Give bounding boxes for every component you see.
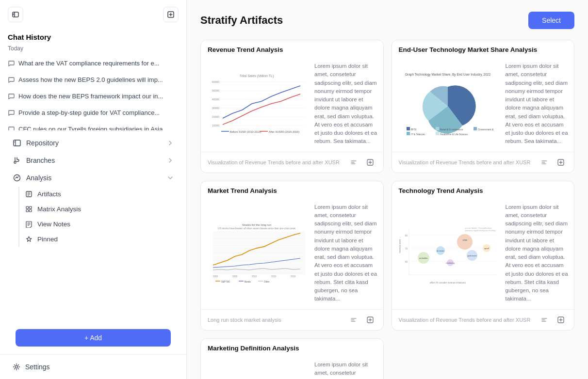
nav-section: Repository Branches Analysis Artifacts M… [0, 130, 186, 251]
analysis-icon [13, 174, 21, 182]
card-title: Market Trend Analysis [201, 181, 383, 197]
svg-text:40000: 40000 [212, 98, 219, 101]
chat-item-text: CFC rules on our Tyrells foreign subsidi… [18, 126, 163, 130]
svg-rect-12 [30, 210, 32, 212]
card-tech-trend: Technology Trend Analysis revenue score … [392, 181, 575, 331]
card-description: Lorem ipsum dolor sit amet, consetetur s… [504, 197, 574, 309]
chat-bubble-icon [8, 77, 15, 85]
settings-icon[interactable] [347, 314, 360, 326]
nav-repository-label: Repository [26, 139, 59, 147]
card-title: Revenue Trend Analysis [201, 40, 383, 56]
nav-matrix-label: Matrix Analysis [37, 205, 81, 213]
settings-icon[interactable] [347, 156, 360, 169]
bubble-chart: revenue score → effort (% consider reven… [397, 221, 499, 284]
page-title: Stratify Artifacts [200, 14, 283, 27]
svg-text:Graph Technology Market Share,: Graph Technology Market Share, By End Us… [405, 73, 490, 77]
add-icon[interactable] [555, 314, 567, 326]
card-footer-text: Visualization of Revenue Trends before a… [208, 159, 340, 165]
main-header: Stratify Artifacts Select [200, 12, 574, 29]
svg-rect-11 [26, 210, 29, 212]
card-title: End-User Technology Market Share Analysi… [392, 40, 574, 56]
nav-repository[interactable]: Repository [8, 134, 179, 152]
card-footer-icons [347, 156, 376, 169]
list-item[interactable]: How does the new BEPS framework impact o… [4, 89, 182, 105]
svg-rect-9 [26, 206, 29, 209]
chat-history-label: Chat History [0, 29, 186, 43]
main-content: Stratify Artifacts Select Revenue Trend … [187, 0, 588, 379]
chevron-right-icon [167, 140, 174, 146]
card-body: Stocks for the long run US stocks have b… [201, 197, 383, 309]
svg-rect-43 [474, 127, 477, 130]
card-footer: Visualization of Revenue Trends before a… [392, 152, 574, 173]
add-button[interactable]: + Add [16, 329, 171, 347]
svg-text:Quarterly digital intelligence: Quarterly digital intelligence briefing [465, 229, 495, 232]
add-icon[interactable] [555, 156, 567, 169]
nav-pinned-label: Pinned [37, 236, 58, 243]
card-footer-icons [347, 314, 376, 326]
svg-text:effort (% consider revenue ini: effort (% consider revenue initiatives) [430, 282, 466, 284]
card-footer: Visualization of Revenue Trends before a… [392, 309, 574, 330]
nav-settings[interactable]: Settings [8, 359, 179, 375]
svg-rect-6 [14, 140, 20, 146]
svg-text:US stocks have beaten all othe: US stocks have beaten all other asset cl… [218, 227, 296, 230]
add-icon[interactable] [364, 156, 376, 169]
svg-text:BFSI: BFSI [411, 128, 416, 131]
svg-rect-35 [407, 127, 410, 130]
select-button[interactable]: Select [528, 12, 574, 29]
nav-branches[interactable]: Branches [8, 152, 179, 169]
bottom-nav: Settings [0, 354, 186, 379]
card-visual: revenue score → effort (% consider reven… [392, 197, 504, 309]
card-description: Lorem ipsum dolor sit amet, consetetur s… [312, 56, 383, 152]
card-enduser-tech: End-User Technology Market Share Analysi… [392, 40, 575, 173]
svg-rect-41 [436, 132, 439, 135]
list-item[interactable]: Provide a step-by-step guide for VAT com… [4, 105, 182, 122]
chat-item-text: Provide a step-by-step guide for VAT com… [18, 109, 160, 116]
nav-pinned[interactable]: Pinned [8, 232, 179, 247]
collapse-sidebar-button[interactable] [8, 7, 23, 22]
svg-text:CRM: CRM [462, 239, 467, 241]
nav-artifacts[interactable]: Artifacts [8, 187, 179, 202]
svg-rect-0 [13, 12, 18, 17]
card-footer: Visualization of Revenue Trends before a… [201, 152, 383, 173]
new-chat-button[interactable] [163, 7, 179, 22]
chat-item-text: How does the new BEPS framework impact o… [18, 93, 163, 100]
chat-bubble-icon [8, 60, 15, 68]
revenue-trend-chart: Total Sales (Million TL) 60000 50000 400… [206, 72, 308, 135]
svg-text:Bonds: Bonds [245, 281, 251, 283]
settings-icon[interactable] [538, 156, 551, 169]
svg-text:60: 60 [405, 261, 408, 263]
list-item[interactable]: What are the VAT compliance requirements… [4, 56, 182, 72]
svg-text:60000: 60000 [212, 80, 219, 83]
chat-list: What are the VAT compliance requirements… [0, 56, 186, 130]
nav-matrix-analysis[interactable]: Matrix Analysis [8, 202, 179, 217]
svg-text:Total Sales (Million TL): Total Sales (Million TL) [240, 74, 274, 78]
card-description: Lorem ipsum dolor sit amet, consetetur s… [312, 197, 383, 309]
today-label: Today [0, 43, 186, 56]
nav-notes-label: View Notes [37, 221, 70, 228]
nav-view-notes[interactable]: View Notes [8, 217, 179, 232]
card-footer-text: Visualization of Revenue Trends before a… [399, 159, 531, 165]
card-footer-icons [538, 314, 567, 326]
card-body: data decision value buyer media attracti… [201, 355, 383, 379]
card-title: Marketing Definition Analysis [201, 339, 383, 355]
svg-text:30000: 30000 [212, 107, 219, 110]
list-item[interactable]: Assess how the new BEPS 2.0 guidelines w… [4, 72, 182, 89]
card-description: Lorem ipsum dolor sit amet, consetetur s… [312, 355, 383, 379]
svg-text:2010: 2010 [252, 275, 257, 278]
svg-text:2006: 2006 [213, 275, 218, 278]
svg-text:70: 70 [405, 248, 408, 250]
nav-analysis[interactable]: Analysis [8, 169, 179, 187]
svg-text:Stocks for the long run: Stocks for the long run [242, 223, 271, 226]
list-item[interactable]: CFC rules on our Tyrells foreign subsidi… [4, 122, 182, 130]
svg-text:2008: 2008 [232, 275, 238, 278]
word-bubble-chart: data decision value buyer media attracti… [206, 377, 308, 379]
card-revenue-trend: Revenue Trend Analysis Total Sales (Mill… [200, 40, 384, 173]
svg-text:S&P 500: S&P 500 [221, 281, 230, 283]
settings-icon[interactable] [538, 314, 551, 326]
add-icon[interactable] [364, 314, 376, 326]
card-footer: Long run stock market analysis [201, 309, 383, 330]
card-visual: Stocks for the long run US stocks have b… [201, 197, 312, 309]
svg-text:Health/Pre & Life Science: Health/Pre & Life Science [440, 133, 468, 136]
chat-bubble-icon [8, 126, 15, 130]
settings-icon [13, 363, 20, 371]
